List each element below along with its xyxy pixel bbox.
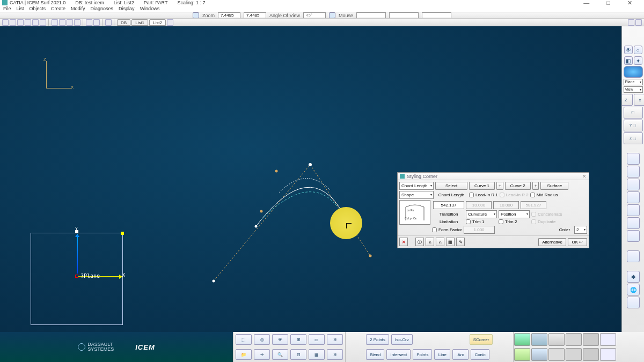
tb-btn-11[interactable]	[86, 19, 92, 26]
rt-view-1[interactable]: ⬚	[624, 107, 643, 119]
tab-list2[interactable]: List2	[149, 19, 166, 26]
palette-4[interactable]	[566, 333, 582, 346]
bb-1[interactable]: ⬚	[236, 334, 252, 345]
rt-x-btn[interactable]: x	[634, 94, 645, 106]
menu-create[interactable]: Create	[51, 6, 65, 11]
zoom-field-1[interactable]: 7.4485	[218, 12, 240, 18]
dlg-trim2-chk[interactable]: Trim 2	[499, 219, 530, 224]
dlg-curve2-plus[interactable]: +	[532, 182, 539, 190]
rt-plane-drop[interactable]: Plane	[624, 79, 643, 85]
palette-1[interactable]	[514, 333, 530, 346]
bb-8[interactable]: ✛	[254, 349, 270, 360]
zoom-field-2[interactable]: 7.4485	[244, 12, 266, 18]
bb-isocrv[interactable]: Iso-Crv	[391, 334, 413, 345]
angle-field[interactable]: 45°	[303, 12, 326, 18]
palette-10[interactable]	[566, 348, 582, 361]
dlg-foot-btn-1[interactable]: ⓘ	[415, 238, 424, 246]
dlg-mid-radius-chk[interactable]: Mid Radius	[530, 193, 558, 197]
rt-tool-2[interactable]	[627, 166, 640, 178]
tab-list1[interactable]: List1	[131, 19, 148, 26]
plane-y-axis[interactable]	[77, 234, 78, 274]
bb-arc[interactable]: Arc	[452, 349, 469, 360]
mouse-field-y[interactable]	[389, 12, 419, 18]
bb-2points[interactable]: 2 Points	[366, 334, 389, 345]
dlg-curvature-sel[interactable]: Curvature	[466, 210, 497, 218]
dlg-ok-btn[interactable]: OK ↩	[568, 238, 587, 246]
styling-corner-dialog[interactable]: Styling Corner ✕ Chord Length Select Cur…	[397, 172, 589, 248]
rt-view-drop[interactable]: View	[624, 86, 643, 93]
bb-9[interactable]: 🔍	[272, 349, 288, 360]
dlg-alternative-btn[interactable]: Alternative	[538, 238, 566, 246]
dlg-foot-btn-3[interactable]: ⎌	[436, 238, 444, 246]
rt-tool-11[interactable]	[627, 297, 640, 308]
menu-objects[interactable]: Objects	[30, 6, 46, 11]
bb-12[interactable]: ❄	[327, 349, 343, 360]
bb-blend[interactable]: Blend	[366, 349, 384, 360]
dlg-lead-in-r1-chk[interactable]: Lead-In R 1	[469, 193, 498, 197]
dlg-chord-select[interactable]: Chord Length	[399, 182, 434, 190]
tb-btn-2[interactable]	[10, 19, 16, 26]
tb-btn-6[interactable]	[40, 19, 46, 26]
menu-display[interactable]: Display	[119, 6, 135, 11]
bb-6[interactable]: ❄	[327, 334, 343, 345]
rt-tool-1[interactable]	[627, 153, 640, 165]
tb-end-1[interactable]	[628, 19, 634, 26]
dialog-close-icon[interactable]: ✕	[582, 174, 587, 179]
bb-7[interactable]: 📁	[236, 349, 252, 360]
tb-btn-3[interactable]	[17, 19, 24, 26]
dlg-surface-btn[interactable]: Surface	[540, 182, 568, 190]
rt-tool-7[interactable]	[627, 230, 640, 242]
dlg-order-sel[interactable]: 2	[574, 226, 587, 234]
palette-6[interactable]	[600, 333, 616, 346]
menu-windows[interactable]: Windows	[140, 6, 160, 11]
palette-11[interactable]	[583, 348, 599, 361]
tb-btn-1[interactable]	[2, 19, 9, 26]
bb-3[interactable]: 👁	[272, 334, 288, 345]
mouse-field-x[interactable]	[356, 12, 386, 18]
dlg-position-sel[interactable]: Position	[499, 210, 530, 218]
zoom-icon[interactable]	[193, 12, 199, 18]
tb-btn-9[interactable]	[67, 19, 73, 26]
palette-5[interactable]	[583, 333, 599, 346]
rt-view-2[interactable]: Y ⬚	[624, 120, 643, 131]
mouse-icon[interactable]	[329, 12, 335, 18]
dlg-curve1-btn[interactable]: Curve 1	[469, 182, 495, 190]
palette-9[interactable]	[548, 348, 565, 361]
bb-scorner[interactable]: SCorner	[470, 334, 493, 345]
rt-tool-8[interactable]	[627, 250, 640, 262]
rt-tool-6[interactable]	[627, 217, 640, 229]
dlg-foot-btn-2[interactable]: ⎌	[426, 238, 434, 246]
plane-widget[interactable]: ?Plane Y X	[31, 233, 123, 325]
rt-render-btn[interactable]	[624, 66, 643, 78]
tb-btn-12[interactable]	[93, 19, 100, 26]
tb-btn-7[interactable]	[52, 19, 58, 26]
rt-eye-icon[interactable]: 👁	[624, 46, 633, 54]
dlg-foot-btn-5[interactable]: ✎	[456, 238, 465, 246]
menu-diagnoses[interactable]: Diagnoses	[91, 6, 114, 11]
palette-7[interactable]	[514, 348, 530, 361]
rt-view-3[interactable]: Z ⬚	[624, 132, 643, 144]
rt-tool-3[interactable]	[627, 179, 640, 190]
menu-file[interactable]: File	[3, 6, 11, 11]
palette-3[interactable]	[548, 333, 565, 346]
bb-2[interactable]: ◎	[254, 334, 270, 345]
bb-5[interactable]: ▭	[309, 334, 325, 345]
dlg-trim1-chk[interactable]: Trim 1	[466, 219, 497, 224]
dlg-curve2-btn[interactable]: Curve 2	[505, 182, 531, 190]
tb-btn-4[interactable]	[25, 19, 31, 26]
dialog-titlebar[interactable]: Styling Corner ✕	[398, 173, 589, 180]
palette-8[interactable]	[531, 348, 547, 361]
tb-btn-10[interactable]	[74, 19, 80, 26]
rt-cube-icon[interactable]: ◧	[624, 56, 633, 65]
rt-tool-9[interactable]: ✱	[627, 271, 640, 283]
dlg-shape-select[interactable]: Shape	[399, 191, 434, 199]
bb-4[interactable]: ⊞	[290, 334, 306, 345]
rt-light-icon[interactable]: ✦	[634, 56, 642, 65]
tb-end-2[interactable]	[635, 19, 642, 26]
tb-tab-add[interactable]	[167, 19, 173, 26]
bb-line[interactable]: Line	[434, 349, 450, 360]
tb-btn-8[interactable]	[59, 19, 65, 26]
bb-points[interactable]: Points	[413, 349, 432, 360]
dlg-foot-btn-4[interactable]: ▦	[446, 238, 455, 246]
menu-list[interactable]: List	[17, 6, 24, 11]
